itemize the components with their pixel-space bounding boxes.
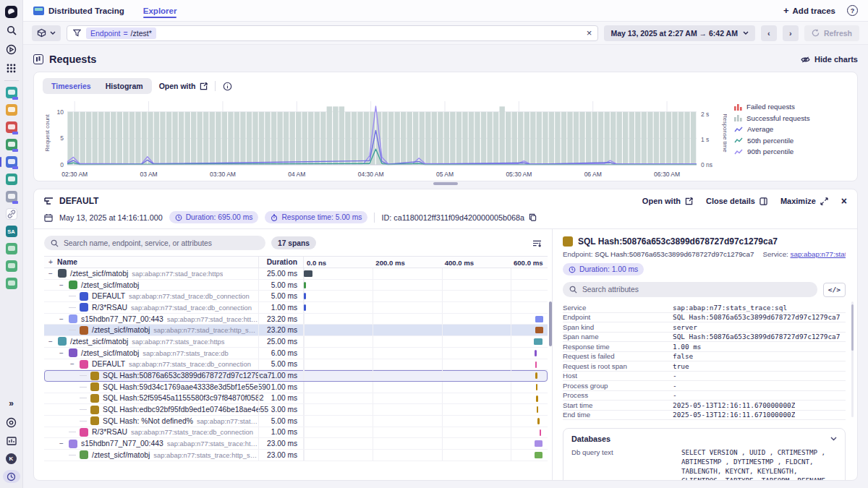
span-row-2[interactable]: −/ztest_sicf/matobj5.00 ms [44, 280, 548, 291]
waterfall-bar[interactable] [535, 440, 542, 447]
attribute-row[interactable]: Process group- [563, 381, 846, 391]
span-row-11[interactable]: SQL Hash:59d34c1769aae43338e3d5bf1e55e59… [44, 382, 548, 393]
waterfall-bar[interactable] [536, 384, 538, 390]
span-row-7[interactable]: −/ztest_sicf/matobjsap:abap:n77:stats_tr… [44, 336, 548, 348]
search-icon[interactable] [5, 24, 18, 37]
span-row-1[interactable]: −/ztest_sicf/matobjsap:abap:n77:stad_tra… [44, 268, 548, 280]
attribute-row[interactable]: Request is failedfalse [563, 352, 846, 362]
collapse-toggle-icon[interactable]: − [47, 338, 54, 346]
detail-service-link[interactable]: sap:abap:n77:stats_trace:sql [791, 250, 846, 258]
collapse-toggle-icon[interactable]: − [47, 270, 54, 278]
waterfall-bar[interactable] [534, 338, 542, 345]
attribute-row[interactable]: EndpointSQL Hash:50876a653c3899d678727d9… [563, 313, 846, 323]
legend-item[interactable]: 90th percentile [734, 147, 848, 155]
maximize-button[interactable]: Maximize [780, 197, 828, 205]
waterfall-bar[interactable] [304, 304, 306, 311]
filter-input[interactable]: Endpoint = /ztest* × [67, 25, 598, 41]
collapse-section-icon[interactable] [830, 437, 837, 441]
trace-open-with-button[interactable]: Open with [642, 197, 693, 205]
close-details-button[interactable]: Close details [706, 197, 767, 205]
detail-scrollbar[interactable] [851, 304, 854, 351]
clear-filter-icon[interactable]: × [587, 28, 592, 38]
waterfall-bar[interactable] [535, 452, 542, 458]
span-row-5[interactable]: −s15hdbn77_N77_00:443sap:abap:n77:stad_t… [44, 314, 548, 325]
waterfall-bar[interactable] [535, 350, 537, 356]
apps-grid-icon[interactable] [5, 61, 18, 74]
span-row-6[interactable]: /ztest_sicf/matobjsap:abap:n77:stad_trac… [44, 325, 548, 336]
chart-hscrollbar[interactable] [433, 182, 458, 185]
span-row-9[interactable]: −DEFAULTsap:abap:n77:stats_trace:db_conn… [44, 359, 548, 371]
span-row-13[interactable]: SQL Hash:edbc92bf95fdb9ed1e0746be18ae4e5… [44, 404, 548, 416]
span-row-8[interactable]: −/ztest_sicf/matobjsap:abap:n77:stats_tr… [44, 348, 548, 359]
expand-all-icon[interactable]: + [44, 258, 57, 266]
tab-histogram[interactable]: Histogram [98, 80, 150, 93]
app-tile-notebooks[interactable] [6, 87, 17, 98]
collapse-toggle-icon[interactable]: − [58, 315, 65, 323]
legend-item[interactable]: Failed requests [734, 103, 848, 111]
timeframe-selector[interactable]: May 13, 2025 at 2:27 AM → 6:42 AM [604, 25, 754, 41]
scope-selector[interactable] [32, 25, 61, 41]
filter-chip[interactable]: Endpoint = /ztest* [86, 27, 156, 39]
attribute-search-input[interactable]: Search attributes [563, 282, 817, 297]
attribute-row[interactable]: Servicesap:abap:n77:stats_trace:sql [563, 303, 846, 313]
app-tile-extensions[interactable] [6, 191, 17, 202]
view-as-code-button[interactable]: </> [823, 283, 846, 297]
legend-item[interactable]: 50th percentile [734, 137, 848, 145]
copy-icon[interactable] [529, 213, 537, 221]
getting-started-icon[interactable] [5, 43, 18, 56]
waterfall-bar[interactable] [535, 316, 543, 322]
attribute-row[interactable]: Process- [563, 391, 846, 401]
waterfall-bar[interactable] [535, 372, 537, 379]
span-row-10[interactable]: SQL Hash:50876a653c3899d678727d97c1279ca… [44, 370, 548, 382]
waterfall-bar[interactable] [536, 395, 538, 402]
app-tile-metrics-1[interactable] [6, 243, 17, 254]
waterfall-bar[interactable] [540, 429, 542, 436]
attribute-row[interactable]: Request is root spantrue [563, 361, 846, 372]
app-tile-clips[interactable] [6, 208, 17, 220]
app-tile-problems[interactable] [6, 121, 17, 133]
tab-explorer[interactable]: Explorer [142, 1, 179, 20]
span-row-15[interactable]: R/3*RSAUsap:abap:n77:stats_trace:db_conn… [44, 427, 548, 439]
app-tile-metrics-3[interactable] [6, 278, 17, 289]
attribute-row[interactable]: Span nameSQL Hash:50876a653c3899d678727d… [563, 333, 846, 343]
info-icon[interactable] [223, 82, 232, 91]
user-avatar[interactable]: K [6, 453, 17, 464]
waterfall-bar[interactable] [304, 293, 306, 299]
app-tile-metrics-2[interactable] [6, 260, 17, 272]
app-switcher[interactable]: Distributed Tracing [33, 7, 124, 15]
waterfall-bar[interactable] [537, 406, 539, 413]
waterfall-bar[interactable] [535, 327, 543, 333]
legend-item[interactable]: Average [734, 125, 848, 133]
tab-timeseries[interactable]: Timeseries [44, 80, 98, 93]
dynatrace-logo-icon[interactable] [5, 5, 18, 18]
span-row-14[interactable]: SQL Hash: %Not defined%sap:abap:n77:stat… [44, 416, 548, 427]
chart-open-with-button[interactable]: Open with [159, 82, 208, 90]
refresh-button[interactable]: Refresh [804, 25, 859, 41]
span-row-17[interactable]: /ztest_sicf/matobjsap:abap:n77:stats_tra… [44, 450, 548, 461]
waterfall-bar[interactable] [304, 282, 306, 288]
app-tile-distributed-tracing[interactable] [6, 156, 17, 168]
span-row-3[interactable]: DEFAULTsap:abap:n77:stad_trace:db_connec… [44, 291, 548, 302]
recent-activity-icon[interactable] [3, 470, 20, 483]
app-tile-screens[interactable] [6, 174, 17, 185]
attribute-row[interactable]: End time2025-05-13T12:16:11.671000000Z [563, 411, 846, 421]
help-hub-icon[interactable] [5, 416, 18, 429]
waterfall-bar[interactable] [537, 418, 540, 424]
legend-item[interactable]: Successful requests [734, 114, 848, 122]
attribute-row[interactable]: Start time2025-05-13T12:16:11.670000000Z [563, 401, 846, 411]
span-row-12[interactable]: SQL Hash:52f59545a1155580f3c97f84870f058… [44, 393, 548, 405]
collapse-toggle-icon[interactable]: − [69, 360, 76, 368]
span-row-4[interactable]: R/3*RSAUsap:abap:n77:stad_trace:db_conne… [44, 302, 548, 314]
analytics-icon[interactable] [5, 435, 18, 448]
attribute-row[interactable]: Response time1.00 ms [563, 342, 846, 352]
hide-charts-button[interactable]: Hide charts [801, 55, 858, 64]
add-traces-button[interactable]: + Add traces [783, 5, 835, 16]
span-search-input[interactable]: Search name, endpoint, service, or attri… [44, 236, 265, 250]
help-icon[interactable]: ? [847, 5, 858, 16]
name-column-header[interactable]: Name [57, 258, 258, 266]
app-tile-sa[interactable]: SA [6, 226, 17, 237]
span-row-16[interactable]: −s15hdbn77_N77_00:443sap:abap:n77:stats_… [44, 438, 548, 450]
waterfall-bar[interactable] [535, 361, 537, 368]
collapse-toggle-icon[interactable]: − [58, 349, 65, 357]
view-settings-icon[interactable] [532, 239, 542, 247]
